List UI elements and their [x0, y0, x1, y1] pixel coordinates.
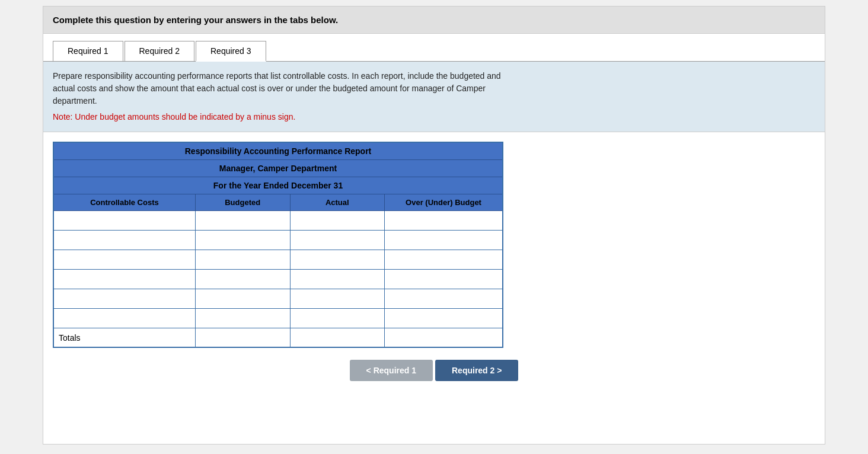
input-controllable-6[interactable]	[56, 309, 195, 328]
col-header-budgeted: Budgeted	[195, 194, 290, 211]
col-header-actual: Actual	[290, 194, 385, 211]
totals-label: Totals	[53, 328, 195, 348]
table-section: Responsibility Accounting Performance Re…	[43, 132, 825, 348]
totals-over-under-input[interactable]	[390, 331, 497, 344]
report-table: Responsibility Accounting Performance Re…	[53, 142, 503, 348]
table-row	[53, 211, 503, 231]
report-title-3: For the Year Ended December 31	[53, 177, 503, 194]
input-over-under-3[interactable]	[385, 250, 502, 269]
cell-actual-5[interactable]	[290, 289, 385, 309]
input-actual-3[interactable]	[291, 250, 385, 269]
note-text: Note: Under budget amounts should be ind…	[53, 111, 815, 123]
input-actual-4[interactable]	[291, 270, 385, 289]
tab-required-3[interactable]: Required 3	[196, 41, 266, 62]
cell-budgeted-3[interactable]	[195, 250, 290, 270]
totals-row: Totals	[53, 328, 503, 348]
input-controllable-5[interactable]	[56, 289, 195, 308]
prev-button[interactable]: < Required 1	[350, 360, 433, 381]
content-area: Prepare responsibility accounting perfor…	[43, 62, 825, 132]
report-title-1: Responsibility Accounting Performance Re…	[53, 142, 503, 160]
main-container: Complete this question by entering your …	[43, 6, 825, 445]
cell-budgeted-1[interactable]	[195, 211, 290, 231]
cell-over-under-5[interactable]	[385, 289, 503, 309]
input-actual-6[interactable]	[291, 309, 385, 328]
input-budgeted-3[interactable]	[196, 250, 290, 269]
input-over-under-2[interactable]	[385, 231, 502, 250]
input-budgeted-4[interactable]	[196, 270, 290, 289]
table-row	[53, 289, 503, 309]
cell-over-under-4[interactable]	[385, 270, 503, 289]
cell-actual-1[interactable]	[290, 211, 385, 231]
cell-over-under-1[interactable]	[385, 211, 503, 231]
col-header-over-under: Over (Under) Budget	[385, 194, 503, 211]
header-instruction: Complete this question by entering your …	[53, 15, 338, 25]
input-over-under-1[interactable]	[385, 211, 502, 230]
cell-over-under-6[interactable]	[385, 309, 503, 328]
table-row	[53, 309, 503, 328]
tabs-area: Required 1 Required 2 Required 3	[43, 34, 825, 62]
input-over-under-5[interactable]	[385, 289, 502, 308]
cell-budgeted-6[interactable]	[195, 309, 290, 328]
cell-controllable-6[interactable]	[53, 309, 195, 328]
tab-required-2[interactable]: Required 2	[125, 41, 195, 61]
cell-controllable-5[interactable]	[53, 289, 195, 309]
input-over-under-6[interactable]	[385, 309, 502, 328]
input-controllable-1[interactable]	[56, 211, 195, 230]
totals-over-under[interactable]	[385, 328, 503, 348]
report-title-2: Manager, Camper Department	[53, 160, 503, 177]
next-button[interactable]: Required 2 >	[435, 360, 518, 381]
title-row-2: Manager, Camper Department	[53, 160, 503, 177]
title-row-1: Responsibility Accounting Performance Re…	[53, 142, 503, 160]
cell-controllable-1[interactable]	[53, 211, 195, 231]
input-budgeted-1[interactable]	[196, 211, 290, 230]
table-row	[53, 231, 503, 250]
cell-budgeted-2[interactable]	[195, 231, 290, 250]
cell-actual-3[interactable]	[290, 250, 385, 270]
cell-actual-2[interactable]	[290, 231, 385, 250]
cell-actual-4[interactable]	[290, 270, 385, 289]
cell-budgeted-4[interactable]	[195, 270, 290, 289]
instruction-text: Prepare responsibility accounting perfor…	[53, 70, 815, 107]
cell-controllable-3[interactable]	[53, 250, 195, 270]
table-row	[53, 270, 503, 289]
cell-controllable-2[interactable]	[53, 231, 195, 250]
title-row-3: For the Year Ended December 31	[53, 177, 503, 194]
totals-budgeted[interactable]	[195, 328, 290, 348]
input-over-under-4[interactable]	[385, 270, 502, 289]
input-controllable-2[interactable]	[56, 231, 195, 250]
cell-over-under-2[interactable]	[385, 231, 503, 250]
navigation-row: < Required 1 Required 2 >	[43, 348, 825, 393]
input-actual-1[interactable]	[291, 211, 385, 230]
col-header-row: Controllable Costs Budgeted Actual Over …	[53, 194, 503, 211]
input-budgeted-6[interactable]	[196, 309, 290, 328]
totals-actual-input[interactable]	[295, 331, 380, 344]
totals-budgeted-input[interactable]	[200, 331, 285, 344]
totals-actual[interactable]	[290, 328, 385, 348]
cell-controllable-4[interactable]	[53, 270, 195, 289]
header-bar: Complete this question by entering your …	[43, 7, 825, 34]
table-row	[53, 250, 503, 270]
cell-over-under-3[interactable]	[385, 250, 503, 270]
cell-budgeted-5[interactable]	[195, 289, 290, 309]
col-header-controllable: Controllable Costs	[53, 194, 195, 211]
input-actual-5[interactable]	[291, 289, 385, 308]
tab-required-1[interactable]: Required 1	[53, 41, 123, 61]
input-budgeted-5[interactable]	[196, 289, 290, 308]
input-controllable-3[interactable]	[56, 250, 195, 269]
input-actual-2[interactable]	[291, 231, 385, 250]
cell-actual-6[interactable]	[290, 309, 385, 328]
input-controllable-4[interactable]	[56, 270, 195, 289]
input-budgeted-2[interactable]	[196, 231, 290, 250]
